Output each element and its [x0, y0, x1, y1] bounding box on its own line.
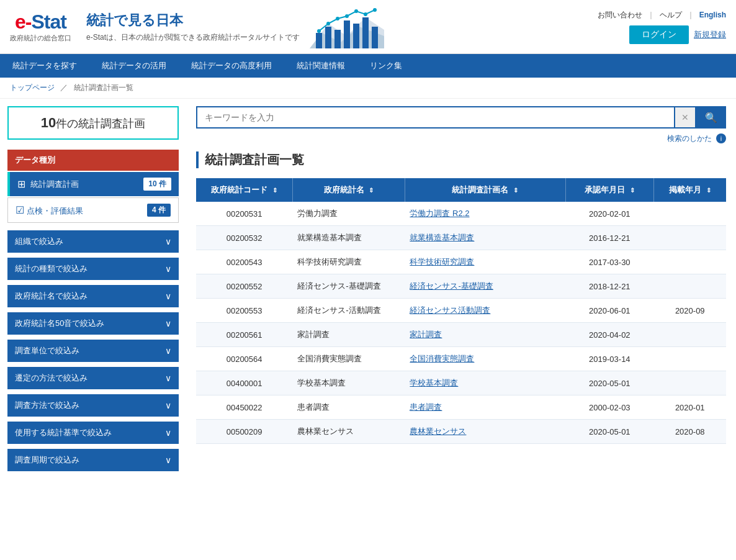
- plan-link[interactable]: 経済センサス-基礎調査: [410, 281, 493, 291]
- col-header-pub[interactable]: 掲載年月 ⇕: [654, 178, 726, 202]
- cell-pub: [654, 226, 726, 250]
- cell-code: 00200561: [196, 323, 292, 347]
- cell-pub: 2020-09: [654, 299, 726, 323]
- cell-approval: 2020-04-02: [565, 323, 653, 347]
- svg-point-13: [354, 9, 358, 13]
- navigation: 統計データを探す 統計データの活用 統計データの高度利用 統計関連情報 リンク集: [0, 54, 736, 78]
- cell-code: 00200553: [196, 299, 292, 323]
- cell-plan-name: 患者調査: [405, 395, 565, 420]
- accordion-standard[interactable]: 使用する統計基準で絞込み ∨: [7, 422, 179, 444]
- accordion-unit[interactable]: 調査単位で絞込み ∨: [7, 340, 179, 362]
- cell-gov-name: 家計調査: [292, 323, 405, 347]
- cell-plan-name: 経済センサス活動調査: [405, 299, 565, 323]
- cell-pub: [654, 250, 726, 274]
- plan-link[interactable]: 労働力調査 R2.2: [410, 209, 469, 218]
- plan-link[interactable]: 患者調査: [410, 402, 442, 412]
- info-icon: i: [716, 133, 726, 143]
- chevron-icon-0: ∨: [165, 237, 171, 246]
- accordion-gov-50[interactable]: 政府統計名50音で絞込み ∨: [7, 312, 179, 335]
- table-row: 00200531 労働力調査 労働力調査 R2.2 2020-02-01: [196, 202, 726, 226]
- col-header-gov[interactable]: 政府統計名 ⇕: [292, 178, 405, 202]
- search-icon: 🔍: [705, 112, 717, 123]
- table-row: 00500209 農林業センサス 農林業センサス 2020-05-01 2020…: [196, 420, 726, 444]
- cell-approval: 2020-02-01: [565, 202, 653, 226]
- accordion-period[interactable]: 調査周期で絞込み ∨: [7, 449, 179, 471]
- svg-rect-3: [325, 27, 331, 48]
- breadcrumb-home[interactable]: トップページ: [10, 83, 55, 92]
- accordion-type[interactable]: 統計の種類で絞込み ∨: [7, 258, 179, 280]
- plan-link[interactable]: 家計調査: [410, 330, 442, 339]
- cell-gov-name: 経済センサス-活動調査: [292, 299, 405, 323]
- table-row: 00200543 科学技術研究調査 科学技術研究調査 2017-03-30: [196, 250, 726, 274]
- accordion-section: 組織で絞込み ∨ 統計の種類で絞込み ∨ 政府統計名で絞込み ∨ 政府統計名50…: [7, 230, 179, 471]
- search-input[interactable]: [196, 106, 675, 129]
- accordion-method-select[interactable]: 遷定の方法で絞込み ∨: [7, 367, 179, 389]
- cell-plan-name: 農林業センサス: [405, 420, 565, 444]
- cell-gov-name: 全国消費実態調査: [292, 347, 405, 371]
- cell-approval: 2020-05-01: [565, 371, 653, 395]
- nav-item-use[interactable]: 統計データの活用: [89, 54, 179, 78]
- col-header-date[interactable]: 承認年月日 ⇕: [565, 178, 653, 202]
- search-submit-button[interactable]: 🔍: [696, 106, 726, 129]
- help-link[interactable]: ヘルプ: [660, 10, 682, 20]
- register-button[interactable]: 新規登録: [694, 25, 726, 44]
- chevron-icon-6: ∨: [165, 400, 171, 410]
- header-right: お問い合わせ ｜ ヘルプ ｜ English ログイン 新規登録: [598, 10, 726, 44]
- cell-plan-name: 家計調査: [405, 323, 565, 347]
- nav-item-info[interactable]: 統計関連情報: [284, 54, 357, 78]
- cell-plan-name: 経済センサス-基礎調査: [405, 274, 565, 299]
- cell-plan-name: 労働力調査 R2.2: [405, 202, 565, 226]
- review-badge: 4 件: [147, 204, 171, 217]
- sort-icon-gov: ⇕: [369, 187, 374, 194]
- cell-approval: 2019-03-14: [565, 347, 653, 371]
- plan-link[interactable]: 科学技術研究調査: [410, 257, 474, 266]
- site-description: e-Statは、日本の統計が閲覧できる政府統計ポータルサイトです: [86, 32, 300, 43]
- cell-approval: 2000-02-03: [565, 395, 653, 420]
- table-row: 00200552 経済センサス-基礎調査 経済センサス-基礎調査 2018-12…: [196, 274, 726, 299]
- breadcrumb-current: 統計調査計画一覧: [74, 83, 133, 92]
- svg-point-11: [336, 17, 339, 20]
- plan-link[interactable]: 経済センサス活動調査: [410, 305, 490, 315]
- accordion-method[interactable]: 調査方法で絞込み ∨: [7, 394, 179, 417]
- accordion-gov-name[interactable]: 政府統計名で絞込み ∨: [7, 285, 179, 307]
- cell-code: 00200532: [196, 226, 292, 250]
- filter-item-survey-plan[interactable]: ⊞ 統計調査計画 10 件: [7, 172, 179, 196]
- cell-code: 00200543: [196, 250, 292, 274]
- logo: e-Stat: [15, 11, 66, 34]
- table-row: 00450022 患者調査 患者調査 2000-02-03 2020-01: [196, 395, 726, 420]
- filter-item-review[interactable]: ☑ 点検・評価結果 4 件: [7, 197, 179, 223]
- plan-link[interactable]: 全国消費実態調査: [410, 354, 474, 363]
- svg-point-14: [364, 12, 367, 16]
- cell-pub: [654, 274, 726, 299]
- header-center: 統計で見る日本 e-Statは、日本の統計が閲覧できる政府統計ポータルサイトです: [86, 11, 300, 43]
- search-clear-button[interactable]: ✕: [675, 106, 696, 129]
- english-link[interactable]: English: [699, 11, 726, 19]
- cell-code: 00200552: [196, 274, 292, 299]
- plan-link[interactable]: 農林業センサス: [410, 427, 466, 436]
- cell-pub: [654, 347, 726, 371]
- nav-item-links[interactable]: リンク集: [357, 54, 415, 78]
- header-buttons: ログイン 新規登録: [629, 25, 726, 44]
- table-row: 00200561 家計調査 家計調査 2020-04-02: [196, 323, 726, 347]
- chevron-icon-1: ∨: [165, 264, 171, 274]
- filter-item-review-label: ☑ 点検・評価結果: [16, 204, 83, 217]
- plan-link[interactable]: 学校基本調査: [410, 378, 458, 387]
- login-button[interactable]: ログイン: [629, 25, 689, 44]
- cell-plan-name: 全国消費実態調査: [405, 347, 565, 371]
- count-label: 件の統計調査計画: [56, 117, 145, 130]
- accordion-org[interactable]: 組織で絞込み ∨: [7, 230, 179, 253]
- search-hint-link[interactable]: 検索のしかた: [667, 134, 712, 143]
- cell-approval: 2020-05-01: [565, 420, 653, 444]
- nav-item-advanced[interactable]: 統計データの高度利用: [179, 54, 284, 78]
- nav-item-search[interactable]: 統計データを探す: [0, 54, 89, 78]
- filter-item-survey-plan-label: ⊞ 統計調査計画: [17, 178, 79, 190]
- contact-link[interactable]: お問い合わせ: [598, 10, 642, 20]
- logo-stat: Stat: [32, 11, 66, 33]
- cell-pub: 2020-01: [654, 395, 726, 420]
- table-row: 00200564 全国消費実態調査 全国消費実態調査 2019-03-14: [196, 347, 726, 371]
- col-header-plan[interactable]: 統計調査計画名 ⇕: [405, 178, 565, 202]
- sort-icon-plan: ⇕: [513, 187, 518, 194]
- plan-link[interactable]: 就業構造基本調査: [410, 233, 474, 242]
- section-title: 統計調査計画一覧: [196, 151, 726, 168]
- col-header-code[interactable]: 政府統計コード ⇕: [196, 178, 292, 202]
